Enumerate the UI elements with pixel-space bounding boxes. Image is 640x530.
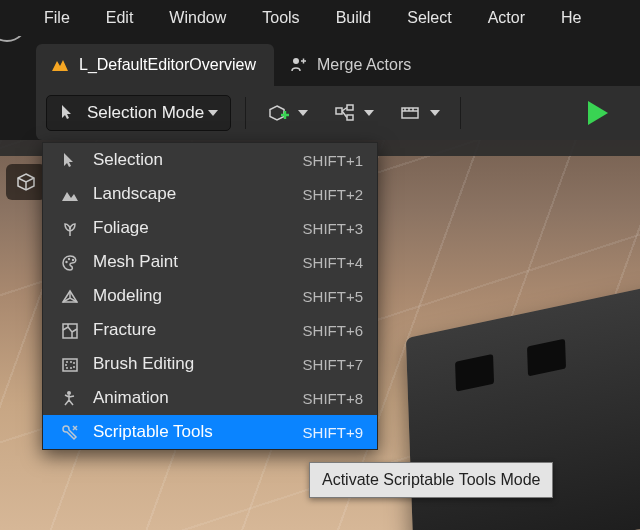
mode-item-modeling[interactable]: Modeling SHIFT+5: [43, 279, 377, 313]
tooltip: Activate Scriptable Tools Mode: [309, 462, 553, 498]
mode-item-label: Mesh Paint: [93, 252, 303, 272]
mode-item-foliage[interactable]: Foliage SHIFT+3: [43, 211, 377, 245]
palette-icon: [59, 252, 79, 272]
mode-item-label: Animation: [93, 388, 303, 408]
menu-help-truncated[interactable]: He: [543, 5, 599, 31]
mode-item-shortcut: SHIFT+1: [303, 152, 363, 169]
mode-item-label: Foliage: [93, 218, 303, 238]
perspective-cube-icon: [16, 172, 36, 192]
mode-item-shortcut: SHIFT+4: [303, 254, 363, 271]
toolbar-separator: [460, 97, 461, 129]
modeling-icon: [59, 286, 79, 306]
tab-label: L_DefaultEditorOverview: [79, 56, 256, 74]
mode-item-shortcut: SHIFT+5: [303, 288, 363, 305]
mode-item-shortcut: SHIFT+2: [303, 186, 363, 203]
menu-actor[interactable]: Actor: [470, 5, 543, 31]
mode-item-label: Scriptable Tools: [93, 422, 303, 442]
tools-icon: [59, 422, 79, 442]
mode-item-label: Brush Editing: [93, 354, 303, 374]
cinematics-icon: [398, 100, 424, 126]
mode-item-label: Landscape: [93, 184, 303, 204]
mode-item-landscape[interactable]: Landscape SHIFT+2: [43, 177, 377, 211]
menu-tools[interactable]: Tools: [244, 5, 317, 31]
mode-item-brush-editing[interactable]: Brush Editing SHIFT+7: [43, 347, 377, 381]
editor-modes-menu: Selection SHIFT+1 Landscape SHIFT+2 Foli…: [42, 142, 378, 450]
chevron-down-icon: [364, 110, 374, 116]
main-toolbar: Selection Mode: [36, 86, 640, 140]
cursor-icon: [59, 150, 79, 170]
mode-item-shortcut: SHIFT+8: [303, 390, 363, 407]
play-icon: [588, 101, 608, 125]
chevron-down-icon: [298, 110, 308, 116]
mode-item-label: Modeling: [93, 286, 303, 306]
mode-item-mesh-paint[interactable]: Mesh Paint SHIFT+4: [43, 245, 377, 279]
blueprint-icon: [332, 100, 358, 126]
chevron-down-icon: [430, 110, 440, 116]
menu-build[interactable]: Build: [318, 5, 390, 31]
mesh-detail: [527, 339, 566, 377]
mode-item-shortcut: SHIFT+7: [303, 356, 363, 373]
menu-edit[interactable]: Edit: [88, 5, 152, 31]
tab-level[interactable]: L_DefaultEditorOverview: [36, 44, 274, 86]
editor-mode-button[interactable]: Selection Mode: [46, 95, 231, 131]
add-content-icon: [266, 100, 292, 126]
level-icon: [50, 55, 70, 75]
mode-item-fracture[interactable]: Fracture SHIFT+6: [43, 313, 377, 347]
chevron-down-icon: [208, 110, 218, 116]
mode-item-label: Selection: [93, 150, 303, 170]
cinematics-button[interactable]: [392, 95, 446, 131]
mesh-detail: [455, 354, 494, 392]
menu-file[interactable]: File: [42, 5, 88, 31]
fracture-icon: [59, 320, 79, 340]
main-menubar: File Edit Window Tools Build Select Acto…: [0, 0, 640, 36]
mode-item-shortcut: SHIFT+9: [303, 424, 363, 441]
merge-icon: [288, 55, 308, 75]
cursor-icon: [59, 104, 77, 122]
toolbar-separator: [245, 97, 246, 129]
document-tabs: L_DefaultEditorOverview Merge Actors: [36, 44, 640, 86]
add-content-button[interactable]: [260, 95, 314, 131]
menu-select[interactable]: Select: [389, 5, 469, 31]
viewport-options-button[interactable]: [6, 164, 46, 200]
mode-item-label: Fracture: [93, 320, 303, 340]
menu-window[interactable]: Window: [151, 5, 244, 31]
mode-item-scriptable-tools[interactable]: Scriptable Tools SHIFT+9: [43, 415, 377, 449]
brush-edit-icon: [59, 354, 79, 374]
blueprints-button[interactable]: [326, 95, 380, 131]
mode-item-shortcut: SHIFT+3: [303, 220, 363, 237]
animation-icon: [59, 388, 79, 408]
landscape-icon: [59, 184, 79, 204]
foliage-icon: [59, 218, 79, 238]
mode-item-shortcut: SHIFT+6: [303, 322, 363, 339]
mode-item-animation[interactable]: Animation SHIFT+8: [43, 381, 377, 415]
tab-label: Merge Actors: [317, 56, 411, 74]
mode-item-selection[interactable]: Selection SHIFT+1: [43, 143, 377, 177]
tab-merge-actors[interactable]: Merge Actors: [274, 44, 429, 86]
editor-mode-label: Selection Mode: [87, 103, 204, 123]
play-button[interactable]: [556, 86, 640, 140]
